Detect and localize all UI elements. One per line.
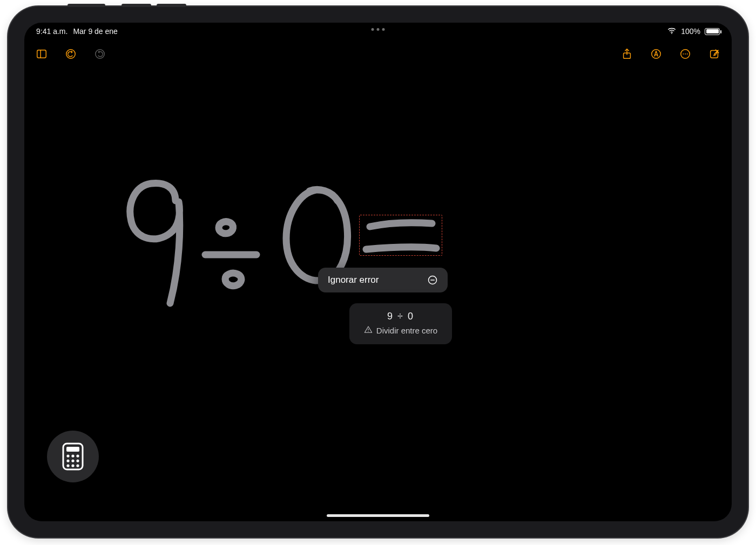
- svg-point-19: [71, 454, 74, 457]
- recognized-expression: 9 ÷ 0: [361, 311, 440, 322]
- svg-point-25: [71, 464, 74, 467]
- compose-button[interactable]: [707, 46, 722, 62]
- status-date: Mar 9 de ene: [73, 27, 118, 36]
- svg-point-10: [687, 53, 688, 54]
- share-button[interactable]: [619, 46, 634, 62]
- warning-triangle-icon: [364, 325, 373, 336]
- app-toolbar: [24, 42, 732, 66]
- handwriting-svg: [24, 66, 732, 521]
- svg-point-23: [76, 459, 79, 462]
- math-canvas[interactable]: Ignorar error 9 ÷ 0 Dividir entre cero: [24, 66, 732, 521]
- ignore-error-icon: [427, 275, 438, 285]
- home-indicator[interactable]: [327, 514, 429, 517]
- svg-point-6: [652, 50, 661, 59]
- svg-rect-1: [37, 50, 46, 58]
- svg-point-21: [66, 459, 69, 462]
- wifi-icon: [667, 26, 677, 37]
- multitask-dots-icon[interactable]: [372, 28, 385, 31]
- svg-point-20: [76, 454, 79, 457]
- svg-rect-17: [66, 447, 79, 452]
- hardware-volume-up-button: [122, 4, 151, 7]
- error-highlight-box[interactable]: [359, 215, 442, 256]
- hardware-volume-down-button: [157, 4, 186, 7]
- calculator-icon: [62, 442, 84, 471]
- battery-icon: [705, 28, 720, 35]
- svg-point-9: [685, 53, 686, 54]
- svg-point-0: [671, 32, 672, 33]
- ignore-error-label: Ignorar error: [328, 275, 379, 285]
- markup-button[interactable]: [649, 46, 664, 62]
- error-warning-label: Dividir entre cero: [376, 326, 437, 335]
- sidebar-toggle-button[interactable]: [34, 46, 49, 62]
- undo-button[interactable]: [63, 46, 78, 62]
- status-bar: 9:41 a.m. Mar 9 de ene 100%: [24, 23, 732, 40]
- svg-point-18: [66, 454, 69, 457]
- svg-point-26: [76, 464, 79, 467]
- error-detail-popover[interactable]: 9 ÷ 0 Dividir entre cero: [349, 303, 452, 344]
- svg-point-8: [683, 53, 684, 54]
- screen: 9:41 a.m. Mar 9 de ene 100%: [24, 23, 732, 521]
- calculator-fab[interactable]: [47, 431, 99, 482]
- ignore-error-popover[interactable]: Ignorar error: [318, 268, 448, 292]
- battery-percentage: 100%: [681, 27, 700, 36]
- status-time: 9:41 a.m.: [36, 27, 68, 36]
- more-button[interactable]: [678, 46, 693, 62]
- redo-button: [92, 46, 107, 62]
- hardware-power-button: [68, 4, 105, 7]
- ipad-device-frame: 9:41 a.m. Mar 9 de ene 100%: [8, 6, 748, 537]
- svg-point-22: [71, 459, 74, 462]
- svg-point-15: [368, 331, 368, 332]
- svg-point-24: [66, 464, 69, 467]
